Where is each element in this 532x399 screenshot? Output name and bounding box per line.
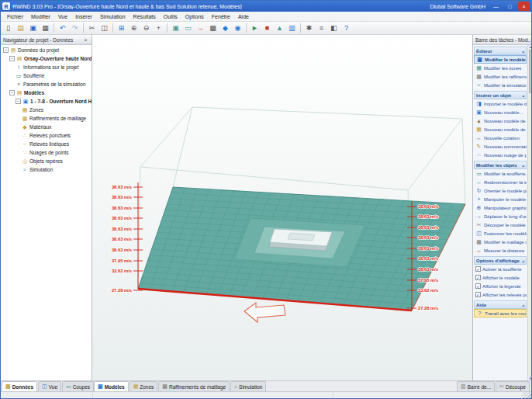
tree-expander-icon[interactable]: −	[9, 90, 15, 95]
collapse-icon[interactable]: ▴	[522, 93, 524, 98]
tree-item[interactable]: iInformations sur le projet	[1, 63, 92, 71]
menu-item-1[interactable]: Modifier	[27, 14, 54, 19]
menu-item-5[interactable]: Résultats	[130, 14, 160, 19]
tree-item[interactable]: ▭Soufflerie	[1, 71, 92, 80]
location-icon[interactable]: ◉	[232, 23, 244, 34]
tab-right-1[interactable]: ✂Découpe	[496, 381, 530, 391]
task-item[interactable]: ↔Nouvelle cotation	[474, 134, 527, 142]
menu-item-0[interactable]: Fichier	[3, 14, 27, 19]
print-icon[interactable]: ▦	[40, 23, 51, 34]
menu-item-4[interactable]: Simulation	[96, 14, 130, 19]
task-item[interactable]: ↔Redimensionner la souffl...	[474, 178, 527, 186]
cut-icon[interactable]: ✂	[86, 23, 98, 34]
task-item[interactable]: ↔Mesurer la distance	[474, 246, 527, 255]
scrollbar-thumb[interactable]	[529, 50, 532, 93]
zoom-out-icon[interactable]: ⊖	[140, 23, 152, 34]
new-file-icon[interactable]: ▯	[2, 23, 14, 34]
menu-item-2[interactable]: Vue	[54, 14, 71, 19]
pan-icon[interactable]: +	[153, 23, 164, 34]
tab-center-3[interactable]: ≈Simulation	[230, 381, 266, 391]
menu-item-6[interactable]: Outils	[160, 14, 181, 19]
tree-item[interactable]: ~Relevés linéiques	[1, 140, 92, 148]
results-icon[interactable]: ▲	[274, 23, 285, 34]
wind-tunnel-icon[interactable]: ▭	[182, 23, 194, 34]
zoom-in-icon[interactable]: ⊕	[128, 23, 140, 34]
tab-center-0[interactable]: ▣Modèles	[94, 381, 129, 391]
tree-item[interactable]: ∵Nuages de points	[1, 148, 92, 157]
list-icon[interactable]: ≡	[316, 23, 327, 34]
collapse-icon[interactable]: ▴	[522, 49, 524, 54]
maximize-button[interactable]: □	[504, 2, 516, 11]
minimize-button[interactable]: —	[490, 2, 502, 11]
task-item[interactable]: ?Travail avec les modèles	[474, 309, 527, 317]
open-file-icon[interactable]: ▤	[15, 23, 26, 34]
checkbox-icon[interactable]: ✓	[475, 292, 481, 297]
tab-right-0[interactable]: ▥Barre de...	[457, 381, 495, 391]
section-header[interactable]: Aide▴	[474, 300, 527, 309]
tab-left-2[interactable]: ▭Coupes	[62, 381, 94, 391]
task-item[interactable]: ▣Modifier le modèle	[474, 55, 527, 64]
task-item[interactable]: ∴Nouveau nuage de points	[474, 151, 527, 159]
tree-item[interactable]: ∴Relevés ponctuels	[1, 131, 92, 140]
tab-center-2[interactable]: ▩Raffinements de maillage	[158, 381, 230, 391]
task-item[interactable]: ✓Afficher le modèle	[474, 273, 527, 282]
panel-close-icon[interactable]: ×	[82, 37, 89, 43]
task-item[interactable]: ✓Activer la soufflerie	[474, 265, 527, 273]
task-item[interactable]: ▩Modifier le maillage du...	[474, 238, 527, 246]
task-item[interactable]: ↻Orienter le modèle princ...	[474, 186, 527, 195]
copy-icon[interactable]: ◫	[98, 23, 110, 34]
section-header[interactable]: Modifier les objets▴	[474, 161, 527, 169]
tab-left-1[interactable]: ◫Vue	[38, 381, 61, 391]
task-item[interactable]: ✂Découper le modèle	[474, 220, 527, 229]
checkbox-icon[interactable]: ✓	[475, 275, 481, 280]
task-item[interactable]: +Manipuler le modèle	[474, 195, 527, 203]
tab-left-0[interactable]: ▤Données	[2, 381, 37, 391]
tree-item[interactable]: ≈Simulation	[1, 165, 92, 174]
section-header[interactable]: Insérer un objet▴	[474, 91, 527, 99]
task-item[interactable]: ✓Afficher la légende	[474, 282, 527, 290]
task-item[interactable]: ◫Fusionner les modèles	[474, 229, 527, 238]
save-icon[interactable]: ▣	[27, 23, 39, 34]
menu-item-3[interactable]: Insérer	[71, 14, 96, 19]
close-button[interactable]: ×	[518, 2, 530, 11]
task-item[interactable]: →Déplacer le long d'un ve...	[474, 212, 527, 220]
tree-item[interactable]: ≡Paramètres de la simulation	[1, 80, 92, 88]
tree-item[interactable]: ◆Matériaux	[1, 123, 92, 131]
tree-item[interactable]: −▣1 - 7-8 - Ouverture Nord Haute et S	[1, 97, 92, 106]
menu-item-7[interactable]: Options	[181, 14, 208, 19]
task-bar-scrollbar[interactable]: ▲ ▼	[527, 45, 532, 380]
scene-canvas[interactable]: 38.63 m/s38.63 m/s38.63 m/s38.63 m/s38.6…	[92, 35, 472, 380]
tree-item[interactable]: −▤Modèles	[1, 88, 92, 97]
zoom-extents-icon[interactable]: ⊞	[116, 23, 127, 34]
section-header[interactable]: Éditeur▴	[474, 47, 527, 55]
task-item[interactable]: ⊕Manipulateur graphique	[474, 203, 527, 212]
tree-item[interactable]: −▤Orsay-Ouverture haute Nord et haut	[1, 54, 92, 63]
run-simulation-icon[interactable]: ►	[249, 23, 261, 34]
task-item[interactable]: ≈Modifier la simulation	[474, 81, 527, 89]
section-header[interactable]: Options d'affichage▴	[474, 256, 527, 265]
tree-expander-icon[interactable]: −	[9, 56, 15, 61]
collapse-icon[interactable]: ▴	[522, 303, 524, 307]
resize-grip[interactable]	[523, 392, 531, 399]
task-item[interactable]: ✓Afficher les relevés pon...	[474, 290, 527, 299]
task-item[interactable]: ✎Nouveau commentaire	[474, 142, 527, 151]
tree-expander-icon[interactable]: −	[3, 47, 9, 53]
menu-item-8[interactable]: Fenêtre	[208, 14, 234, 19]
tree-item[interactable]: −▤Données du projet	[1, 46, 92, 54]
help-icon[interactable]: ?	[340, 23, 352, 34]
viewport-3d[interactable]: 38.63 m/s38.63 m/s38.63 m/s38.63 m/s38.6…	[92, 35, 472, 380]
tab-center-1[interactable]: ▦Zones	[130, 381, 158, 391]
tree-item[interactable]: ▩Raffinements de maillage	[1, 114, 92, 123]
scroll-up-icon[interactable]: ▲	[529, 45, 532, 49]
undo-icon[interactable]: ↶	[57, 23, 68, 34]
task-item[interactable]: ▦Modifier les zones	[474, 64, 527, 72]
window-layout-icon[interactable]: ◧	[328, 23, 340, 34]
collapse-icon[interactable]: ▴	[522, 258, 524, 263]
checkbox-icon[interactable]: ✓	[475, 266, 481, 272]
task-item[interactable]: ◨Importer le modèle d...	[474, 99, 527, 108]
model-view-icon[interactable]: ▣	[170, 23, 181, 34]
model-cube-icon[interactable]: ◆	[219, 23, 231, 34]
tree-item[interactable]: ◎Objets repères	[1, 157, 92, 165]
task-item[interactable]: ▣Nouveau modèle...	[474, 108, 527, 116]
settings-icon[interactable]: ✱	[303, 23, 315, 34]
